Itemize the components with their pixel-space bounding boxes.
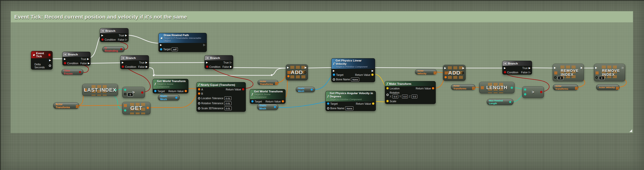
return-value-pin[interactable] xyxy=(432,87,434,89)
bool-out-pin[interactable] xyxy=(120,48,122,50)
exec-out-pin[interactable]: ▶ xyxy=(462,67,464,69)
node-draw-rewind-path[interactable]: ◆ Draw Rewind Path Target is P Rewindabl… xyxy=(158,33,207,52)
node-last-index[interactable]: LAST INDEX xyxy=(82,84,118,96)
exec-out-pin[interactable]: ▶ xyxy=(49,59,51,62)
bone-name-input[interactable]: None xyxy=(351,78,359,81)
index-in-pin[interactable] xyxy=(554,76,556,79)
array-in-pin[interactable] xyxy=(481,86,482,87)
node-get-world-transform-1[interactable]: ƒ Get World Transform Target is Scene Co… xyxy=(153,79,188,93)
target-pin[interactable] xyxy=(327,102,329,105)
comment-title-bar[interactable]: Event Tick: Record current position and … xyxy=(11,11,633,22)
item-out-pin[interactable] xyxy=(147,107,149,109)
index-in-pin[interactable] xyxy=(595,76,598,79)
pill-static-mesh-3[interactable]: Static Mesh xyxy=(296,87,315,92)
condition-pin[interactable] xyxy=(504,71,506,73)
return-value-pin[interactable] xyxy=(371,74,374,76)
node-branch-2[interactable]: Branch ▶ True▶ Condition False▶ xyxy=(120,55,149,69)
item-in-pin[interactable] xyxy=(287,75,290,77)
target-pin[interactable] xyxy=(333,74,335,76)
a-pin[interactable] xyxy=(524,88,526,91)
condition-pin[interactable] xyxy=(101,38,104,41)
object-out-pin[interactable] xyxy=(175,97,177,99)
target-pin[interactable] xyxy=(160,48,162,50)
array-out-pin[interactable] xyxy=(575,87,576,88)
node-get-world-transform-2[interactable]: ƒ Get World Transform Target is Scene Co… xyxy=(250,89,286,104)
b-pin[interactable] xyxy=(198,92,200,95)
return-value-pin[interactable] xyxy=(282,100,284,102)
node-branch-1[interactable]: Branch ▶ True▶ Condition False▶ xyxy=(62,52,91,66)
node-get-physics-angular-velocity[interactable]: ƒ Get Physics Angular Velocity in Degree… xyxy=(326,91,376,111)
exec-in-pin[interactable]: ▶ xyxy=(206,61,208,64)
pill-static-mesh-2[interactable]: Static Mesh xyxy=(257,104,278,110)
index-out-pin[interactable] xyxy=(304,71,306,74)
return-value-pin[interactable] xyxy=(372,102,374,105)
rotation-x-input[interactable]: 0.0 xyxy=(392,95,398,98)
exec-out-pin[interactable]: ▷ xyxy=(203,44,205,46)
exec-in-pin[interactable]: ▶ xyxy=(160,44,162,46)
exec-in-pin[interactable]: ▶ xyxy=(122,61,124,64)
scale-3d-tolerance-pin[interactable] xyxy=(198,107,200,109)
rotation-y-input[interactable]: 0.0 xyxy=(402,95,408,98)
b-pin[interactable] xyxy=(124,93,126,95)
array-in-pin[interactable] xyxy=(445,72,446,72)
exec-out-pin[interactable]: ▶ xyxy=(305,66,307,69)
exec-in-pin[interactable]: ▶ xyxy=(554,67,556,69)
array-in-pin[interactable] xyxy=(596,72,596,72)
pill-actor-transforms-2[interactable]: Actor Transforms xyxy=(258,80,278,85)
blueprint-graph-canvas[interactable]: Event Tick: Record current position and … xyxy=(0,0,644,170)
bone-name-pin[interactable] xyxy=(327,107,329,109)
node-greater-1[interactable]: 0 > xyxy=(122,87,145,98)
node-get-physics-linear-velocity[interactable]: ƒ Get Physics Linear Velocity Target is … xyxy=(331,58,375,82)
false-pin[interactable]: ▶ xyxy=(88,62,90,65)
exec-out-pin[interactable]: ▶ xyxy=(372,70,374,72)
false-pin[interactable]: ▶ xyxy=(146,66,148,68)
node-add-2[interactable]: ▶ ▶ ADD xyxy=(443,65,466,81)
condition-pin[interactable] xyxy=(206,66,208,68)
true-pin[interactable]: ▶ xyxy=(87,58,89,60)
exec-in-pin[interactable]: ▶ xyxy=(64,58,66,60)
node-get[interactable]: GET xyxy=(122,102,150,115)
item-in-pin[interactable] xyxy=(445,76,447,78)
target-pin[interactable] xyxy=(251,100,254,102)
pill-actor-transforms-4[interactable]: Actor Transforms xyxy=(553,84,578,90)
pill-max-rewind-length[interactable]: Max Rewind Length xyxy=(487,99,513,105)
pill-actor-transforms-3[interactable]: Actor Transforms xyxy=(451,84,475,90)
index-out-pin[interactable] xyxy=(462,72,464,74)
target-value-input[interactable]: self xyxy=(172,47,178,51)
scale-pin[interactable] xyxy=(386,100,389,102)
result-pin[interactable] xyxy=(141,91,143,94)
index-in-pin[interactable] xyxy=(124,109,126,111)
object-out-pin[interactable] xyxy=(274,106,276,108)
a-pin[interactable] xyxy=(198,88,200,90)
exec-in-pin[interactable]: ▶ xyxy=(444,67,446,69)
index-value-input[interactable]: 0 xyxy=(558,76,563,80)
rotation-tolerance-input[interactable]: 0.01 xyxy=(224,101,231,105)
scale-3d-tolerance-input[interactable]: 0.01 xyxy=(224,106,232,110)
b-pin[interactable] xyxy=(524,93,526,95)
true-pin[interactable]: ▶ xyxy=(145,61,147,64)
true-pin[interactable]: ▶ xyxy=(125,34,127,37)
node-make-transform[interactable]: ƒ Make Transform Location Return Value R… xyxy=(385,81,436,104)
false-pin[interactable]: ▷ xyxy=(125,38,127,41)
array-in-pin[interactable] xyxy=(554,72,555,72)
a-pin[interactable] xyxy=(124,89,126,91)
exec-in-pin[interactable]: ▶ xyxy=(504,67,506,69)
node-event-tick[interactable]: ◆ Event Tick ▶ Delta Seconds xyxy=(31,51,53,70)
exec-in-pin[interactable]: ▶ xyxy=(333,70,335,72)
true-pin[interactable]: ▶ xyxy=(529,67,531,69)
array-out-pin[interactable] xyxy=(434,72,434,72)
bone-name-input[interactable]: None xyxy=(345,106,353,110)
exec-out-pin[interactable]: ▷ xyxy=(622,67,624,69)
int-out-pin[interactable] xyxy=(509,101,511,103)
return-value-pin[interactable] xyxy=(185,90,187,92)
target-pin[interactable] xyxy=(154,90,156,92)
node-length[interactable]: LENGTH xyxy=(479,82,514,93)
true-pin[interactable]: ▷ xyxy=(230,61,232,64)
location-pin[interactable] xyxy=(386,87,389,89)
return-value-pin[interactable] xyxy=(242,88,244,90)
exec-in-pin[interactable]: ▶ xyxy=(287,66,289,69)
node-branch-3[interactable]: Branch ▶ True▷ Condition False▶ xyxy=(205,55,233,69)
exec-in-pin[interactable]: ▶ xyxy=(101,34,103,37)
false-pin[interactable]: ▷ xyxy=(529,71,531,74)
node-add-1[interactable]: ▶ ▶ ADD xyxy=(286,64,308,80)
